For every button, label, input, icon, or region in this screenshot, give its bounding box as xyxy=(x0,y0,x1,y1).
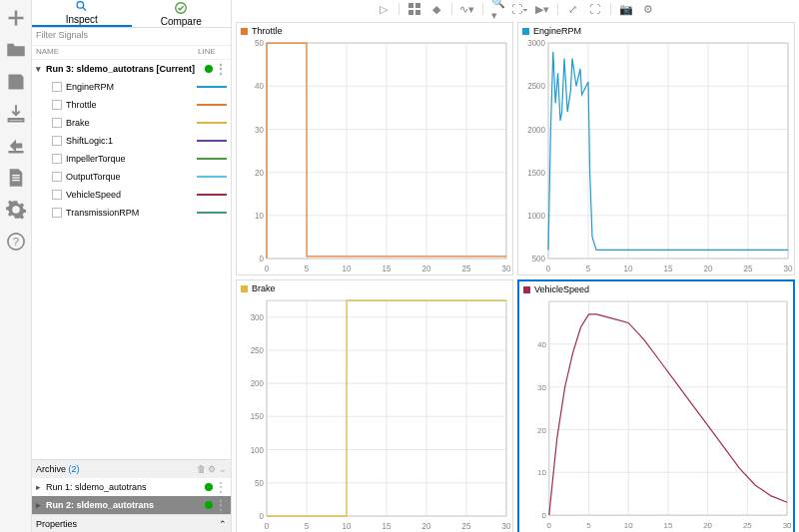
gear-icon[interactable] xyxy=(6,200,26,220)
expand-icon[interactable]: ▸ xyxy=(36,482,46,492)
checkbox[interactable] xyxy=(52,190,62,200)
svg-text:500: 500 xyxy=(532,255,546,264)
svg-text:15: 15 xyxy=(383,523,392,532)
expand-icon[interactable]: ▸ xyxy=(36,500,46,510)
checkbox[interactable] xyxy=(52,118,62,128)
svg-text:5: 5 xyxy=(586,522,591,531)
fit-icon[interactable]: ⛶▾ xyxy=(513,2,527,16)
archive-run-row[interactable]: ▸Run 2: sldemo_autotrans⋮ xyxy=(32,496,231,514)
checkbox[interactable] xyxy=(52,136,62,146)
line-swatch xyxy=(197,176,227,178)
svg-rect-4 xyxy=(408,3,413,8)
plot-grid: Throttle 05101520253001020304050 EngineR… xyxy=(232,18,799,532)
signal-row[interactable]: ImpellerTorque xyxy=(32,150,231,168)
run-label: Run 1: sldemo_autotrans xyxy=(46,482,205,492)
svg-text:40: 40 xyxy=(537,340,546,349)
settings-icon[interactable]: ⚙ xyxy=(641,2,655,16)
signal-name: EngineRPM xyxy=(66,82,197,92)
chevron-up-icon: ⌃ xyxy=(219,519,227,529)
svg-text:100: 100 xyxy=(251,446,265,455)
plot-title: Throttle xyxy=(237,23,512,39)
folder-icon[interactable] xyxy=(6,40,26,60)
plot-title: Brake xyxy=(237,280,512,296)
top-toolbar: ▷ ◆ ∿▾ 🔍▾ ⛶▾ ▶▾ ⤢ ⛶ 📷 ⚙ xyxy=(232,0,799,18)
filter-input[interactable]: Filter Signals xyxy=(32,28,231,46)
checkbox[interactable] xyxy=(52,100,62,110)
document-icon[interactable] xyxy=(6,168,26,188)
line-swatch xyxy=(197,212,227,214)
col-name: NAME xyxy=(36,47,187,58)
svg-text:1000: 1000 xyxy=(527,212,545,221)
tab-inspect[interactable]: Inspect xyxy=(32,0,132,27)
signal-row[interactable]: TransmissionRPM xyxy=(32,204,231,222)
signal-row[interactable]: VehicleSpeed xyxy=(32,186,231,204)
help-icon[interactable]: ? xyxy=(6,232,26,252)
archive-icons[interactable]: 🗑 ⚙ ⌄ xyxy=(197,464,227,474)
plot-body[interactable]: 05101520253001020304050 xyxy=(237,39,512,274)
svg-text:20: 20 xyxy=(537,426,546,435)
status-dot xyxy=(205,501,213,509)
signal-name: TransmissionRPM xyxy=(66,208,197,218)
signal-row[interactable]: Throttle xyxy=(32,96,231,114)
checkbox[interactable] xyxy=(52,154,62,164)
current-run-row[interactable]: ▾ Run 3: sldemo_autotrans [Current] ⋮ xyxy=(32,60,231,78)
more-icon[interactable]: ⋮ xyxy=(215,66,227,72)
layout-icon[interactable] xyxy=(407,2,421,16)
plot-body[interactable]: 051015202530010203040 xyxy=(519,297,793,531)
archive-label: Archive xyxy=(36,464,66,474)
svg-text:30: 30 xyxy=(502,265,511,273)
plot-brake[interactable]: Brake 051015202530050100150200250300 xyxy=(236,279,513,532)
checkbox[interactable] xyxy=(52,82,62,92)
plot-title: EngineRPM xyxy=(518,23,794,39)
plot-body[interactable]: 05101520253050010001500200025003000 xyxy=(518,39,794,274)
clear-icon[interactable]: ◆ xyxy=(429,2,443,16)
tab-compare[interactable]: Compare xyxy=(132,0,232,27)
status-dot xyxy=(205,483,213,491)
add-icon[interactable] xyxy=(6,8,26,28)
camera-icon[interactable]: 📷 xyxy=(619,2,633,16)
signal-row[interactable]: OutputTorque xyxy=(32,168,231,186)
archive-count: (2) xyxy=(69,464,80,474)
export-icon[interactable] xyxy=(6,136,26,156)
archive-run-row[interactable]: ▸Run 1: sldemo_autotrans⋮ xyxy=(32,478,231,496)
svg-text:200: 200 xyxy=(251,379,265,388)
svg-rect-7 xyxy=(415,10,420,15)
plot-body[interactable]: 051015202530050100150200250300 xyxy=(237,296,512,532)
signal-row[interactable]: ShiftLogic:1 xyxy=(32,132,231,150)
signal-list: EngineRPMThrottleBrakeShiftLogic:1Impell… xyxy=(32,78,231,222)
archive-header[interactable]: Archive (2) 🗑 ⚙ ⌄ xyxy=(32,460,231,478)
svg-text:0: 0 xyxy=(541,511,546,520)
more-icon[interactable]: ⋮ xyxy=(215,502,227,508)
collapse-icon[interactable]: ▾ xyxy=(36,64,46,74)
signal-name: ShiftLogic:1 xyxy=(66,136,197,146)
fullscreen-icon[interactable]: ⛶ xyxy=(588,2,602,16)
expand-icon[interactable]: ⤢ xyxy=(566,2,580,16)
plot-throttle[interactable]: Throttle 05101520253001020304050 xyxy=(236,22,513,275)
svg-text:30: 30 xyxy=(537,383,546,392)
properties-panel[interactable]: Properties ⌃ xyxy=(32,514,231,532)
plot-enginerpm[interactable]: EngineRPM 051015202530500100015002000250… xyxy=(517,22,795,275)
left-toolbar: ? xyxy=(0,0,32,532)
import-icon[interactable] xyxy=(6,104,26,124)
signal-row[interactable]: EngineRPM xyxy=(32,78,231,96)
svg-rect-6 xyxy=(408,10,413,15)
cursor-icon[interactable]: ▶▾ xyxy=(535,2,549,16)
checkbox[interactable] xyxy=(52,172,62,182)
play-icon[interactable]: ▷ xyxy=(377,2,391,16)
line-swatch xyxy=(197,86,227,88)
svg-text:15: 15 xyxy=(663,522,672,531)
svg-text:5: 5 xyxy=(305,265,310,273)
svg-text:25: 25 xyxy=(743,522,752,531)
current-run-label: Run 3: sldemo_autotrans [Current] xyxy=(46,64,205,74)
check-icon xyxy=(174,1,188,15)
more-icon[interactable]: ⋮ xyxy=(215,484,227,490)
svg-text:20: 20 xyxy=(704,265,713,273)
signal-icon[interactable]: ∿▾ xyxy=(460,2,474,16)
signal-row[interactable]: Brake xyxy=(32,114,231,132)
plot-vehiclespeed[interactable]: VehicleSpeed 051015202530010203040 xyxy=(517,279,795,532)
signal-name: VehicleSpeed xyxy=(66,190,197,200)
save-icon[interactable] xyxy=(6,72,26,92)
svg-text:25: 25 xyxy=(744,265,753,273)
zoom-icon[interactable]: 🔍▾ xyxy=(491,2,505,16)
checkbox[interactable] xyxy=(52,208,62,218)
